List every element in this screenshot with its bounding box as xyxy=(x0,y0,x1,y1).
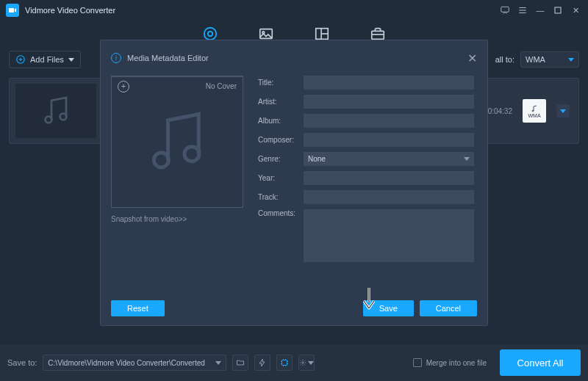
save-button[interactable]: Save xyxy=(363,300,414,316)
album-label: Album: xyxy=(258,117,304,125)
dialog-title: Media Metadata Editor xyxy=(127,54,209,62)
reset-button[interactable]: Reset xyxy=(111,300,165,316)
track-input[interactable] xyxy=(304,190,474,204)
genre-select[interactable]: None xyxy=(304,152,474,166)
cancel-button[interactable]: Cancel xyxy=(420,300,477,316)
comments-label: Comments: xyxy=(258,209,304,217)
comments-input[interactable] xyxy=(304,209,474,262)
artist-input[interactable] xyxy=(304,95,474,109)
music-note-icon xyxy=(140,105,214,178)
year-input[interactable] xyxy=(304,171,474,185)
track-label: Track: xyxy=(258,193,304,201)
album-input[interactable] xyxy=(304,114,474,128)
cover-art-box: + No Cover xyxy=(111,76,243,208)
genre-label: Genre: xyxy=(258,155,304,163)
year-label: Year: xyxy=(258,174,304,182)
title-input[interactable] xyxy=(304,76,474,90)
genre-value: None xyxy=(308,155,326,163)
chevron-down-icon xyxy=(464,157,470,161)
composer-input[interactable] xyxy=(304,133,474,147)
title-label: Title: xyxy=(258,79,304,87)
metadata-editor-dialog: i Media Metadata Editor ✕ + No Cover Sna… xyxy=(100,40,488,326)
composer-label: Composer: xyxy=(258,136,304,144)
artist-label: Artist: xyxy=(258,98,304,106)
info-icon: i xyxy=(111,53,121,63)
svg-point-27 xyxy=(184,147,199,162)
dialog-close-button[interactable]: ✕ xyxy=(467,51,477,65)
snapshot-from-video-link[interactable]: Snapshot from video>> xyxy=(111,215,243,223)
modal-overlay: i Media Metadata Editor ✕ + No Cover Sna… xyxy=(0,0,588,381)
